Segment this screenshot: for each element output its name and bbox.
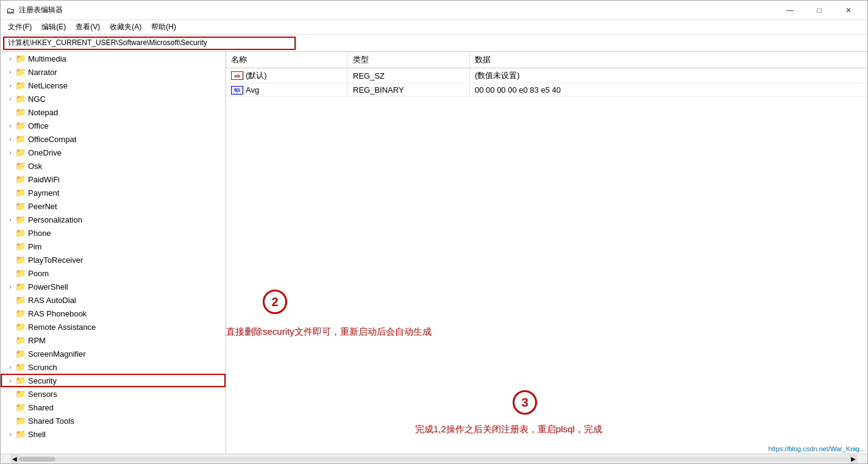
- expand-arrow: ›: [5, 284, 15, 290]
- tree-item-label: Phone: [28, 229, 51, 238]
- tree-item-label: PaidWiFi: [28, 175, 60, 184]
- annotation-text-2: 完成1,2操作之后关闭注册表，重启plsql，完成: [415, 424, 602, 435]
- folder-icon: 📁: [15, 322, 26, 332]
- title-bar-controls: — □ ✕: [776, 2, 863, 19]
- tree-item-notepad[interactable]: 📁Notepad: [1, 105, 226, 119]
- folder-icon: 📁: [15, 295, 26, 305]
- main-area: ›📁Multimedia›📁Narrator›📁NetLicense›📁NGC📁…: [1, 52, 867, 454]
- tree-item-remote-assistance[interactable]: 📁Remote Assistance: [1, 320, 226, 334]
- tree-item-label: Remote Assistance: [28, 323, 96, 332]
- tree-item-label: Narrator: [28, 68, 57, 77]
- folder-icon: 📁: [15, 402, 26, 412]
- folder-icon: 📁: [15, 335, 26, 345]
- folder-icon: 📁: [15, 268, 26, 278]
- minimize-button[interactable]: —: [776, 2, 804, 19]
- folder-icon: 📁: [15, 389, 26, 399]
- tree-item-officecompat[interactable]: ›📁OfficeCompat: [1, 132, 226, 146]
- tree-item-label: Shared: [28, 403, 54, 412]
- close-button[interactable]: ✕: [834, 2, 863, 19]
- folder-icon: 📁: [15, 121, 26, 130]
- tree-item-shared[interactable]: 📁Shared: [1, 401, 226, 414]
- tree-item-personalization[interactable]: ›📁Personalization: [1, 213, 226, 226]
- tree-item-label: Poom: [28, 269, 49, 278]
- folder-icon: 📁: [15, 94, 26, 104]
- scroll-left-button[interactable]: ◀: [10, 455, 19, 463]
- scroll-right-button[interactable]: ▶: [849, 455, 858, 463]
- tree-item-phone[interactable]: 📁Phone: [1, 226, 226, 240]
- tree-item-label: PowerShell: [28, 282, 68, 291]
- tree-item-label: RPM: [28, 336, 46, 345]
- reg-ab-icon: ab: [231, 71, 243, 80]
- menu-edit[interactable]: 编辑(E): [37, 21, 71, 34]
- address-input[interactable]: [3, 37, 296, 50]
- tree-item-label: Office: [28, 121, 49, 130]
- tree-item-label: Notepad: [28, 108, 58, 117]
- maximize-button[interactable]: □: [805, 2, 833, 19]
- tree-item-security[interactable]: ›📁Security: [1, 374, 226, 387]
- folder-icon: 📁: [15, 54, 26, 63]
- tree-item-label: Shared Tools: [28, 416, 74, 426]
- tree-item-peernet[interactable]: 📁PeerNet: [1, 199, 226, 213]
- tree-item-pim[interactable]: 📁Pim: [1, 240, 226, 253]
- tree-item-label: Scrunch: [28, 363, 57, 372]
- registry-row-0[interactable]: ab(默认)REG_SZ(数值未设置): [226, 68, 867, 84]
- tree-item-label: NGC: [28, 95, 46, 104]
- menu-file[interactable]: 文件(F): [3, 21, 37, 34]
- tree-item-poom[interactable]: 📁Poom: [1, 266, 226, 280]
- folder-icon: 📁: [15, 376, 26, 385]
- tree-item-multimedia[interactable]: ›📁Multimedia: [1, 52, 226, 65]
- tree-item-powershell[interactable]: ›📁PowerShell: [1, 280, 226, 293]
- tree-item-narrator[interactable]: ›📁Narrator: [1, 65, 226, 79]
- title-bar-left: 🗂 注册表编辑器: [5, 5, 63, 15]
- expand-arrow: ›: [5, 431, 15, 438]
- expand-arrow: ›: [5, 377, 15, 384]
- tree-panel[interactable]: ›📁Multimedia›📁Narrator›📁NetLicense›📁NGC📁…: [1, 52, 226, 454]
- registry-data-cell: (数值未设置): [470, 68, 867, 83]
- right-panel: 名称 类型 数据 ab(默认)REG_SZ(数值未设置)0|1AvgREG_BI…: [226, 52, 867, 454]
- expand-arrow: ›: [5, 55, 15, 62]
- scroll-thumb[interactable]: [19, 457, 55, 462]
- folder-icon: 📁: [15, 429, 26, 439]
- tree-item-label: Osk: [28, 162, 42, 171]
- title-bar: 🗂 注册表编辑器 — □ ✕: [1, 1, 867, 20]
- tree-item-label: PeerNet: [28, 202, 57, 211]
- tree-item-shell[interactable]: ›📁Shell: [1, 427, 226, 441]
- menu-view[interactable]: 查看(V): [71, 21, 105, 34]
- scroll-track: [19, 457, 849, 462]
- tree-item-label: RAS AutoDial: [28, 296, 76, 305]
- tree-item-paidwifi[interactable]: 📁PaidWiFi: [1, 173, 226, 186]
- annotation-text-1: 直接删除security文件即可，重新启动后会自动生成: [226, 326, 432, 338]
- menu-help[interactable]: 帮助(H): [146, 21, 181, 34]
- tree-item-label: Security: [28, 376, 57, 385]
- tree-item-osk[interactable]: 📁Osk: [1, 159, 226, 173]
- tree-item-onedrive[interactable]: ›📁OneDrive: [1, 146, 226, 159]
- menu-favorites[interactable]: 收藏夹(A): [105, 21, 146, 34]
- folder-icon: 📁: [15, 80, 26, 90]
- tree-item-label: Pim: [28, 242, 41, 251]
- tree-item-rpm[interactable]: 📁RPM: [1, 334, 226, 347]
- tree-item-playtoreceiver[interactable]: 📁PlayToReceiver: [1, 253, 226, 266]
- annotation-overlay: 2 直接删除security文件即可，重新启动后会自动生成 3 完成1,2操作之…: [226, 52, 867, 454]
- tree-item-label: PlayToReceiver: [28, 255, 83, 265]
- tree-item-office[interactable]: ›📁Office: [1, 119, 226, 132]
- tree-item-shared-tools[interactable]: 📁Shared Tools: [1, 414, 226, 427]
- expand-arrow: ›: [5, 364, 15, 371]
- registry-row-1[interactable]: 0|1AvgREG_BINARY00 00 00 00 e0 83 e5 40: [226, 84, 867, 97]
- expand-arrow: ›: [5, 123, 15, 129]
- tree-item-screenmagnifier[interactable]: 📁ScreenMagnifier: [1, 347, 226, 360]
- tree-item-sensors[interactable]: 📁Sensors: [1, 387, 226, 401]
- registry-rows: ab(默认)REG_SZ(数值未设置)0|1AvgREG_BINARY00 00…: [226, 68, 867, 97]
- expand-arrow: ›: [5, 216, 15, 223]
- horizontal-scrollbar[interactable]: ◀ ▶: [1, 454, 867, 463]
- tree-item-scrunch[interactable]: ›📁Scrunch: [1, 360, 226, 374]
- tree-item-payment[interactable]: 📁Payment: [1, 186, 226, 199]
- tree-item-ras-phonebook[interactable]: 📁RAS Phonebook: [1, 307, 226, 320]
- tree-item-ras-autodial[interactable]: 📁RAS AutoDial: [1, 293, 226, 307]
- tree-item-netlicense[interactable]: ›📁NetLicense: [1, 79, 226, 92]
- address-bar: [1, 35, 867, 52]
- tree-item-ngc[interactable]: ›📁NGC: [1, 92, 226, 105]
- folder-icon: 📁: [15, 309, 26, 318]
- annotation-circle-3: 3: [513, 390, 537, 415]
- annotation-circle-2: 2: [263, 290, 287, 314]
- column-type-header: 类型: [348, 52, 470, 68]
